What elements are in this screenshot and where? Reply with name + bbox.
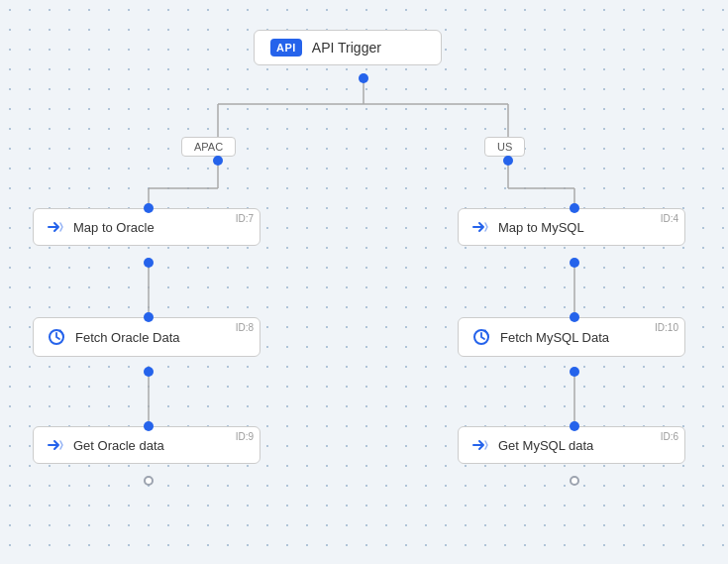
fetch-oracle-node[interactable]: ID:8 Fetch Oracle Data xyxy=(33,317,260,357)
map-mysql-label: Map to MySQL xyxy=(498,220,584,235)
flow-canvas: API API Trigger APAC US ID:7 Map to Orac… xyxy=(0,0,728,564)
get-oracle-id: ID:9 xyxy=(236,431,254,442)
map-oracle-input-dot xyxy=(144,203,154,213)
fetch-mysql-node[interactable]: ID:10 Fetch MySQL Data xyxy=(458,317,685,357)
connector-lines xyxy=(0,0,728,564)
get-mysql-output-dot xyxy=(570,476,579,486)
fetch-oracle-input-dot xyxy=(144,312,154,322)
get-oracle-icon xyxy=(46,435,65,455)
map-oracle-id: ID:7 xyxy=(236,213,254,224)
branch-us-label: US xyxy=(484,137,525,157)
get-oracle-node[interactable]: ID:9 Get Oracle data xyxy=(33,426,260,464)
us-text: US xyxy=(497,141,512,153)
fetch-mysql-input-dot xyxy=(570,312,579,322)
map-mysql-input-dot xyxy=(570,203,579,213)
map-oracle-node[interactable]: ID:7 Map to Oracle xyxy=(33,208,260,246)
get-mysql-icon xyxy=(470,435,490,455)
fetch-oracle-id: ID:8 xyxy=(236,322,254,333)
get-mysql-id: ID:6 xyxy=(661,431,678,442)
us-output-dot xyxy=(503,156,513,166)
apac-output-dot xyxy=(213,156,223,166)
api-badge: API xyxy=(270,39,302,56)
map-mysql-icon xyxy=(470,217,490,237)
map-oracle-icon xyxy=(46,217,65,237)
fetch-oracle-icon xyxy=(46,326,67,348)
api-trigger-output-dot xyxy=(359,73,368,83)
map-oracle-output-dot xyxy=(144,258,154,268)
fetch-mysql-label: Fetch MySQL Data xyxy=(500,330,609,345)
branch-apac-label: APAC xyxy=(181,137,236,157)
fetch-oracle-output-dot xyxy=(144,367,154,377)
get-oracle-input-dot xyxy=(144,421,154,431)
fetch-oracle-label: Fetch Oracle Data xyxy=(75,330,180,345)
apac-text: APAC xyxy=(194,141,223,153)
map-mysql-output-dot xyxy=(570,258,579,268)
get-mysql-node[interactable]: ID:6 Get MySQL data xyxy=(458,426,685,464)
get-oracle-output-dot xyxy=(144,476,154,486)
api-trigger-node[interactable]: API API Trigger xyxy=(254,30,442,65)
map-oracle-label: Map to Oracle xyxy=(73,220,155,235)
map-mysql-node[interactable]: ID:4 Map to MySQL xyxy=(458,208,685,246)
get-mysql-label: Get MySQL data xyxy=(498,438,593,453)
api-trigger-label: API Trigger xyxy=(312,40,381,56)
map-mysql-id: ID:4 xyxy=(661,213,678,224)
get-mysql-input-dot xyxy=(570,421,579,431)
fetch-mysql-id: ID:10 xyxy=(655,322,678,333)
fetch-mysql-output-dot xyxy=(570,367,579,377)
get-oracle-label: Get Oracle data xyxy=(73,438,164,453)
fetch-mysql-icon xyxy=(470,326,492,348)
